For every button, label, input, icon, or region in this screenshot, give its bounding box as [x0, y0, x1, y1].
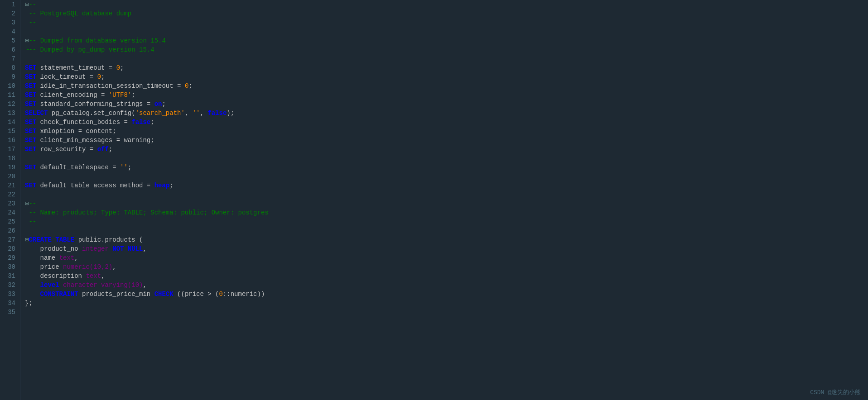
plain-token: client_min_messages = warning;: [36, 136, 154, 145]
code-line: ⊟--: [20, 0, 868, 9]
kw-token: SET: [25, 127, 36, 136]
plain-token: ,: [112, 262, 116, 271]
kw-token: SET: [25, 118, 36, 127]
code-line: price numeric(10,2),: [20, 262, 868, 271]
kw-token: TABLE: [55, 235, 74, 244]
line-number: 33: [4, 290, 15, 299]
plain-token: ;: [150, 118, 154, 127]
line-number: 30: [4, 262, 15, 271]
type-token: character varying(10): [63, 281, 143, 290]
plain-token: public.products (: [74, 235, 143, 244]
line-number: 3: [4, 18, 15, 27]
plain-token: ,: [101, 271, 105, 281]
line-number: 25: [4, 217, 15, 226]
line-number: 9: [4, 72, 15, 81]
kw-token: SELECT: [25, 109, 48, 118]
kw-token: SET: [25, 81, 36, 90]
code-line: SET lock_timeout = 0;: [20, 72, 868, 81]
line-number: 29: [4, 253, 15, 262]
plain-token: ;: [162, 100, 165, 109]
plain-token: );: [227, 109, 234, 118]
plain-token: idle_in_transaction_session_timeout =: [36, 81, 185, 90]
plain-token: check_function_bodies =: [36, 118, 131, 127]
code-lines: ⊟-- -- PostgreSQL database dump -- ⊟-- D…: [20, 0, 868, 317]
line-number: 11: [4, 90, 15, 100]
kw-token: SET: [25, 145, 36, 154]
kw-token: SET: [25, 72, 36, 81]
cm-token: └-- Dumped by pg_dump version 15.4: [25, 45, 154, 54]
code-line: SET standard_conforming_strings = on;: [20, 100, 868, 109]
line-number: 15: [4, 127, 15, 136]
plain-token: ,: [200, 109, 208, 118]
str-token: 'search_path': [135, 109, 185, 118]
code-line: SET default_table_access_method = heap;: [20, 181, 868, 190]
plain-token: ;: [128, 163, 131, 172]
plain-token: };: [25, 299, 33, 308]
cm-token: -- PostgreSQL database dump: [25, 9, 131, 18]
line-number: 24: [4, 208, 15, 217]
fold-token: ⊟: [25, 0, 29, 9]
str-token: '': [193, 109, 200, 118]
plain-token: ,: [143, 244, 146, 253]
kw-token: SET: [25, 163, 36, 172]
line-number: 21: [4, 181, 15, 190]
code-line: ⊟--: [20, 199, 868, 208]
code-line: SET xmloption = content;: [20, 127, 868, 136]
code-line: CONSTRAINT products_price_min CHECK ((pr…: [20, 290, 868, 299]
line-number: 22: [4, 190, 15, 199]
cm-token: --: [25, 217, 36, 226]
line-number: 23: [4, 199, 15, 208]
line-number: 17: [4, 145, 15, 154]
code-line: [20, 308, 868, 317]
plain-token: price: [25, 262, 63, 271]
code-line: SET default_tablespace = '';: [20, 163, 868, 172]
cm-token: --: [29, 199, 36, 208]
line-number: 14: [4, 118, 15, 127]
code-line: };: [20, 299, 868, 308]
kw-token: level: [40, 281, 59, 290]
code-line: SET client_min_messages = warning;: [20, 136, 868, 145]
type-token: numeric(10,2): [63, 262, 112, 271]
num-token: 0: [116, 63, 120, 72]
line-number: 27: [4, 235, 15, 244]
op-token: =: [147, 181, 150, 190]
editor-container: 1234567891011121314151617181920212223242…: [0, 0, 868, 400]
code-line: product_no integer NOT NULL,: [20, 244, 868, 253]
line-number: 5: [4, 36, 15, 45]
plain-token: ;: [188, 81, 192, 90]
plain-token: [25, 290, 40, 299]
kw-token: SET: [25, 136, 36, 145]
plain-token: ;: [120, 63, 124, 72]
line-number: 1: [4, 0, 15, 9]
plain-token: ,: [74, 253, 78, 262]
plain-token: [25, 281, 40, 290]
plain-token: ;: [109, 145, 112, 154]
code-line: SET check_function_bodies = false;: [20, 118, 868, 127]
plain-token: [52, 235, 55, 244]
line-number: 6: [4, 45, 15, 54]
code-line: └-- Dumped by pg_dump version 15.4: [20, 45, 868, 54]
code-content[interactable]: ⊟-- -- PostgreSQL database dump -- ⊟-- D…: [20, 0, 868, 400]
code-line: --: [20, 18, 868, 27]
code-line: [20, 27, 868, 36]
line-number: 12: [4, 100, 15, 109]
op-token: =: [147, 100, 150, 109]
cm-token: --: [29, 0, 36, 9]
line-number: 18: [4, 154, 15, 163]
plain-token: standard_conforming_strings: [36, 100, 147, 109]
plain-token: ;: [169, 181, 173, 190]
type-token: integer: [82, 244, 109, 253]
code-line: [20, 54, 868, 63]
plain-token: default_tablespace =: [36, 163, 120, 172]
code-line: -- PostgreSQL database dump: [20, 9, 868, 18]
line-number: 31: [4, 271, 15, 281]
code-area: 1234567891011121314151617181920212223242…: [0, 0, 868, 400]
kw-token: SET: [25, 90, 36, 100]
code-line: SET client_encoding = 'UTF8';: [20, 90, 868, 100]
kw-token: heap: [154, 181, 170, 190]
plain-token: lock_timeout =: [36, 72, 97, 81]
code-line: ⊟CREATE TABLE public.products (: [20, 235, 868, 244]
num-token: 0: [219, 290, 223, 299]
num-token: 0: [185, 81, 188, 90]
line-number: 20: [4, 172, 15, 181]
